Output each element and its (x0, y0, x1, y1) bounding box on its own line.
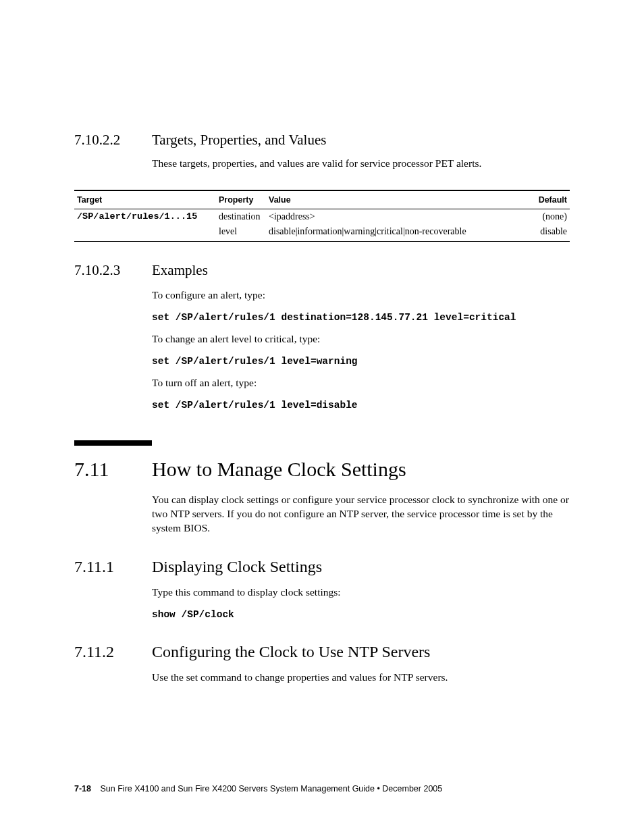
table-row: /SP/alert/rules/1...15 destination <ipad… (74, 209, 570, 224)
col-property: Property (216, 190, 266, 209)
table-header-row: Target Property Value Default (74, 190, 570, 209)
section-title: Targets, Properties, and Values (152, 132, 326, 149)
code-block: set /SP/alert/rules/1 destination=128.14… (152, 312, 570, 323)
section-title: Configuring the Clock to Use NTP Servers (152, 643, 430, 661)
code-block: set /SP/alert/rules/1 level=disable (152, 400, 570, 411)
paragraph: You can display clock settings or config… (152, 493, 570, 536)
paragraph: Use the set command to change properties… (152, 671, 570, 685)
section-title: Displaying Clock Settings (152, 558, 322, 576)
footer-text: Sun Fire X4100 and Sun Fire X4200 Server… (101, 784, 443, 793)
alert-targets-table: Target Property Value Default /SP/alert/… (74, 190, 570, 242)
heading-7-11: 7.11 How to Manage Clock Settings (74, 458, 570, 481)
cell-value: disable|information|warning|critical|non… (266, 224, 529, 242)
page-number: 7-18 (74, 784, 91, 793)
section-number: 7.11.2 (74, 643, 152, 661)
cell-property: level (216, 224, 266, 242)
heading-7-11-2: 7.11.2 Configuring the Clock to Use NTP … (74, 643, 570, 661)
table-row: level disable|information|warning|critic… (74, 224, 570, 242)
cell-default: disable (529, 224, 570, 242)
code-block: set /SP/alert/rules/1 level=warning (152, 356, 570, 367)
section-number: 7.11.1 (74, 558, 152, 576)
cell-default: (none) (529, 209, 570, 224)
paragraph: These targets, properties, and values ar… (152, 157, 570, 171)
col-default: Default (529, 190, 570, 209)
page-footer: 7-18 Sun Fire X4100 and Sun Fire X4200 S… (74, 784, 442, 793)
cell-target: /SP/alert/rules/1...15 (74, 209, 216, 224)
code-block: show /SP/clock (152, 609, 570, 620)
cell-target (74, 224, 216, 242)
heading-7-11-1: 7.11.1 Displaying Clock Settings (74, 558, 570, 576)
paragraph: To configure an alert, type: (152, 288, 570, 303)
col-target: Target (74, 190, 216, 209)
cell-property: destination (216, 209, 266, 224)
col-value: Value (266, 190, 529, 209)
paragraph: Type this command to display clock setti… (152, 585, 570, 600)
section-title: How to Manage Clock Settings (152, 458, 406, 481)
cell-value: <ipaddress> (266, 209, 529, 224)
section-number: 7.10.2.2 (74, 132, 152, 149)
section-number: 7.10.2.3 (74, 262, 152, 279)
heading-7-10-2-3: 7.10.2.3 Examples (74, 262, 570, 279)
section-rule (74, 440, 152, 446)
paragraph: To change an alert level to critical, ty… (152, 332, 570, 346)
section-number: 7.11 (74, 458, 152, 481)
heading-7-10-2-2: 7.10.2.2 Targets, Properties, and Values (74, 132, 570, 149)
paragraph: To turn off an alert, type: (152, 376, 570, 390)
section-title: Examples (152, 262, 208, 279)
